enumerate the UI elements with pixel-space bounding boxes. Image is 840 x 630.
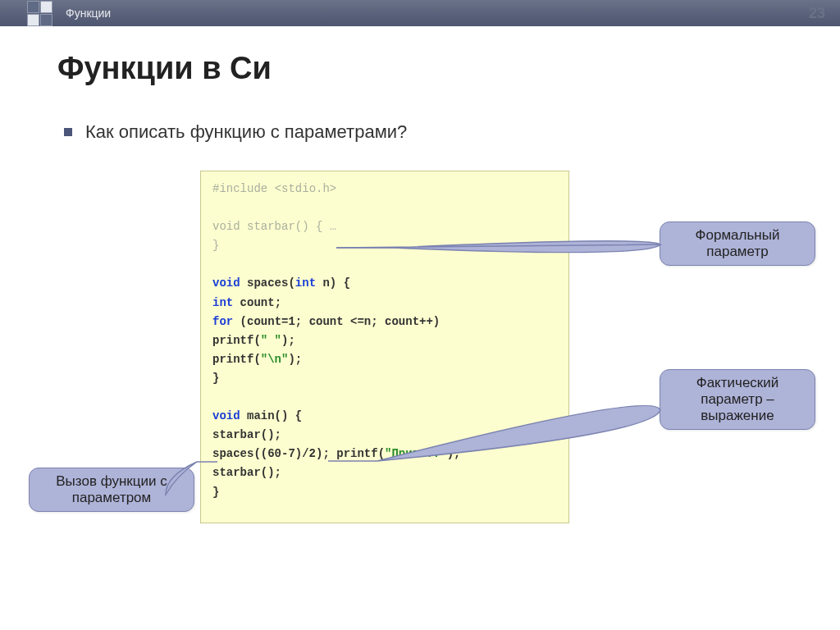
slide-icon	[26, 0, 52, 26]
callout-function-call: Вызов функции с параметром	[29, 468, 194, 512]
bullet-text: Как описать функцию с параметрами?	[85, 121, 407, 143]
code-block: #include <stdio.h> void starbar() { … } …	[200, 171, 569, 523]
header-bar: Функции	[0, 0, 840, 26]
bullet-item: Как описать функцию с параметрами?	[64, 121, 407, 143]
page-number: 23	[809, 5, 825, 22]
callout-formal-param: Формальный параметр	[660, 221, 815, 266]
slide-title: Функции в Си	[57, 51, 272, 86]
header-label: Функции	[66, 7, 111, 20]
bullet-icon	[64, 128, 72, 136]
callout-actual-param: Фактический параметр – выражение	[660, 369, 815, 430]
